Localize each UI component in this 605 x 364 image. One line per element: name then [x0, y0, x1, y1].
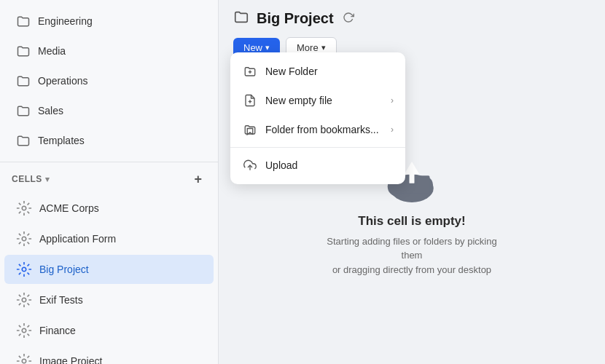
cell-label: Image Project [39, 355, 102, 364]
svg-point-2 [22, 267, 26, 272]
cell-icon [16, 261, 32, 277]
folder-icon [16, 133, 31, 148]
sidebar-item-label: Media [38, 45, 66, 57]
dropdown-menu: New Folder New empty file › [230, 52, 405, 184]
submenu-arrow: › [391, 124, 394, 135]
sidebar-item-media[interactable]: Media [4, 36, 214, 66]
sidebar-item-engineering[interactable]: Engineering [4, 7, 214, 36]
dropdown-item-label: Upload [265, 159, 297, 171]
svg-point-4 [22, 328, 26, 333]
cells-label: CELLS [12, 174, 42, 184]
folder-icon [16, 74, 31, 88]
dropdown-item-label: New Folder [265, 66, 318, 77]
dropdown-panel: New Folder New empty file › [230, 52, 405, 184]
dropdown-item-folder-from-bookmarks[interactable]: Folder from bookmarks... › [230, 115, 405, 144]
main-folder-icon [233, 9, 249, 28]
dropdown-separator [230, 147, 405, 148]
cell-label: Application Form [39, 233, 116, 245]
dropdown-item-label: Folder from bookmarks... [265, 124, 379, 135]
sidebar-item-label: Engineering [38, 15, 93, 27]
dropdown-item-new-empty-file[interactable]: New empty file › [230, 86, 405, 115]
cell-label: Finance [39, 325, 76, 336]
cell-label: Big Project [39, 264, 89, 275]
sidebar: Engineering Media Operations [0, 0, 219, 364]
cell-label: Exif Tests [39, 294, 83, 306]
dropdown-item-upload[interactable]: Upload [230, 151, 405, 180]
cell-icon [16, 231, 32, 247]
sidebar-nav: Engineering Media Operations [0, 0, 218, 162]
cell-label: ACME Corps [39, 202, 99, 214]
cell-item-image-project[interactable]: Image Project [4, 347, 214, 364]
cell-icon [16, 292, 32, 308]
refresh-button[interactable] [343, 12, 354, 25]
add-cell-button[interactable]: + [190, 171, 206, 187]
svg-rect-16 [410, 173, 415, 183]
sidebar-item-label: Sales [38, 105, 63, 116]
new-file-icon [242, 92, 258, 108]
bookmarks-folder-icon [242, 122, 258, 138]
upload-icon [242, 157, 258, 173]
svg-point-0 [22, 206, 26, 210]
sidebar-item-sales[interactable]: Sales [4, 96, 214, 125]
main-content: Big Project New ▾ More ▾ [219, 0, 605, 364]
cell-item-application-form[interactable]: Application Form [4, 224, 214, 253]
cell-item-acme-corps[interactable]: ACME Corps [4, 194, 214, 223]
sidebar-item-templates[interactable]: Templates [4, 126, 214, 155]
svg-point-5 [22, 359, 26, 363]
main-header: Big Project [219, 0, 605, 37]
dropdown-item-label: New empty file [265, 95, 332, 106]
svg-point-1 [22, 237, 26, 241]
empty-state-description: Starting adding files or folders by pick… [317, 234, 507, 277]
folder-icon [16, 44, 31, 58]
new-folder-icon [242, 63, 258, 79]
filter-icon: ▾ [45, 175, 50, 184]
folder-icon [16, 14, 31, 28]
sidebar-item-label: Templates [38, 135, 85, 146]
cell-item-finance[interactable]: Finance ⋮ [4, 316, 214, 345]
cell-item-exif-tests[interactable]: Exif Tests [4, 285, 214, 314]
sidebar-item-label: Operations [38, 75, 87, 87]
sidebar-item-operations[interactable]: Operations [4, 66, 214, 95]
cell-item-big-project[interactable]: Big Project [4, 255, 214, 284]
cell-icon [16, 200, 32, 216]
svg-marker-15 [405, 162, 420, 175]
dropdown-item-new-folder[interactable]: New Folder [230, 57, 405, 86]
cell-icon [16, 323, 32, 339]
empty-state-title: This cell is empty! [358, 214, 465, 229]
cell-icon [16, 353, 32, 364]
submenu-arrow: › [391, 95, 394, 106]
page-title: Big Project [257, 10, 334, 27]
folder-icon [16, 103, 31, 118]
svg-point-3 [22, 298, 26, 302]
cells-section-header: CELLS ▾ + [0, 165, 218, 193]
